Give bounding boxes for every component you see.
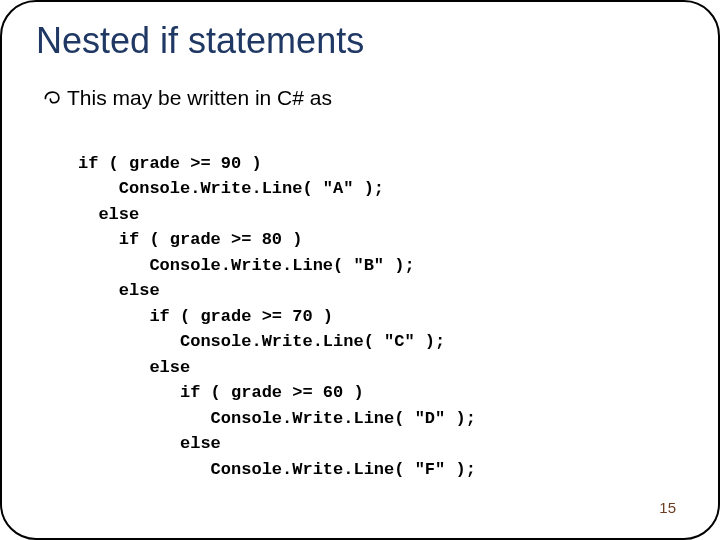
- bullet-swirl-icon: [44, 90, 61, 111]
- code-line: Console.Write.Line( "C" );: [78, 332, 445, 351]
- code-line: if ( grade >= 60 ): [78, 383, 364, 402]
- code-line: if ( grade >= 70 ): [78, 307, 333, 326]
- slide-title: Nested if statements: [36, 20, 684, 62]
- code-line: Console.Write.Line( "B" );: [78, 256, 415, 275]
- slide-frame: Nested if statements This may be written…: [0, 0, 720, 540]
- page-number: 15: [659, 499, 676, 516]
- code-line: if ( grade >= 90 ): [78, 154, 262, 173]
- code-line: Console.Write.Line( "D" );: [78, 409, 476, 428]
- code-line: else: [78, 358, 190, 377]
- bullet-text-1: This may be written in C# as: [67, 86, 332, 110]
- code-line: if ( grade >= 80 ): [78, 230, 302, 249]
- bullet-item-1: This may be written in C# as: [44, 86, 684, 111]
- code-line: else: [78, 434, 221, 453]
- code-line: Console.Write.Line( "F" );: [78, 460, 476, 479]
- code-line: else: [78, 281, 160, 300]
- code-line: else: [78, 205, 139, 224]
- code-line: Console.Write.Line( "A" );: [78, 179, 384, 198]
- code-block: if ( grade >= 90 ) Console.Write.Line( "…: [78, 125, 684, 482]
